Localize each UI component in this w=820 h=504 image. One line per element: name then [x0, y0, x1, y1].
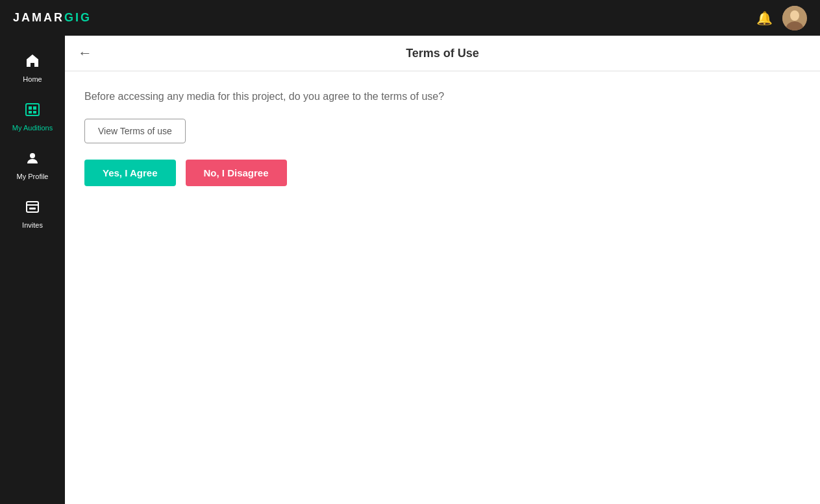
- sidebar-item-my-profile[interactable]: My Profile: [0, 143, 65, 188]
- sidebar-item-my-auditions[interactable]: My Auditions: [0, 94, 65, 139]
- svg-point-8: [30, 153, 35, 158]
- sidebar-item-my-auditions-label: My Auditions: [12, 124, 53, 132]
- svg-rect-4: [29, 106, 32, 110]
- navbar-right: 🔔: [756, 6, 807, 30]
- logo-part2: GIG: [64, 11, 92, 25]
- svg-rect-11: [29, 208, 36, 210]
- notification-bell-icon[interactable]: 🔔: [756, 10, 773, 26]
- avatar-image: [782, 6, 807, 30]
- svg-rect-7: [33, 111, 36, 114]
- page-header: ← Terms of Use: [65, 36, 820, 71]
- sidebar: Home My Auditions My Prof: [0, 36, 65, 504]
- sidebar-item-my-profile-label: My Profile: [17, 173, 49, 180]
- logo: JAMAR GIG: [13, 11, 92, 25]
- back-button[interactable]: ←: [78, 46, 92, 60]
- my-auditions-icon: [25, 102, 40, 121]
- view-terms-button[interactable]: View Terms of use: [84, 119, 186, 143]
- main-content: Before accessing any media for this proj…: [65, 71, 820, 504]
- svg-rect-9: [27, 202, 38, 212]
- sidebar-item-home[interactable]: Home: [0, 45, 65, 91]
- navbar: JAMAR GIG 🔔: [0, 0, 820, 36]
- svg-rect-6: [29, 111, 32, 114]
- svg-rect-3: [26, 104, 39, 115]
- agree-button[interactable]: Yes, I Agree: [84, 160, 176, 186]
- disagree-button[interactable]: No, I Disagree: [186, 160, 287, 186]
- svg-rect-5: [33, 106, 36, 110]
- main-layout: Home My Auditions My Prof: [0, 36, 820, 504]
- page-title: Terms of Use: [406, 47, 479, 60]
- my-profile-icon: [25, 150, 40, 170]
- home-icon: [25, 53, 40, 73]
- action-buttons: Yes, I Agree No, I Disagree: [84, 160, 801, 186]
- content-area: ← Terms of Use Before accessing any medi…: [65, 36, 820, 504]
- avatar[interactable]: [782, 6, 807, 30]
- svg-point-1: [790, 10, 799, 21]
- invites-icon: [25, 199, 40, 219]
- logo-part1: JAMAR: [13, 11, 64, 25]
- terms-question: Before accessing any media for this proj…: [84, 91, 801, 102]
- sidebar-item-invites-label: Invites: [22, 221, 43, 229]
- sidebar-item-invites[interactable]: Invites: [0, 191, 65, 237]
- sidebar-item-home-label: Home: [23, 75, 42, 83]
